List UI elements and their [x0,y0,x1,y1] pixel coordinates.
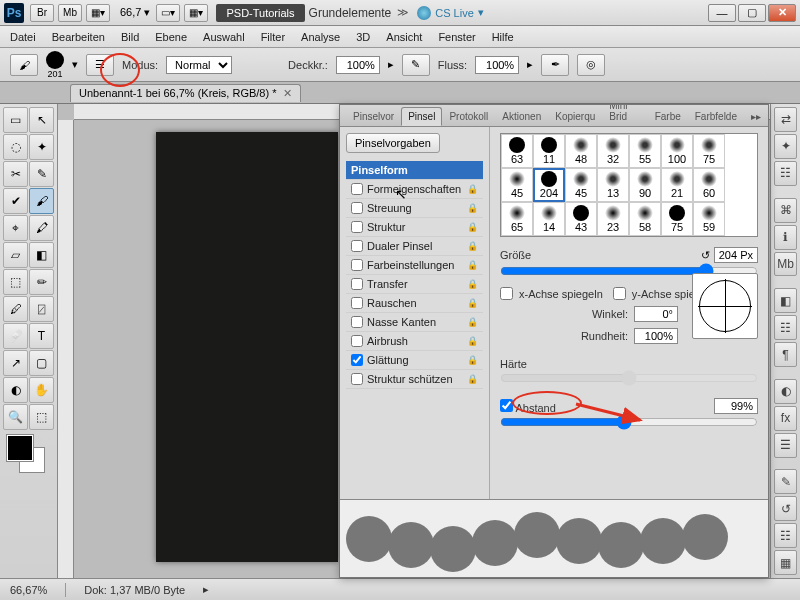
menu-datei[interactable]: Datei [10,31,36,43]
tablet-opacity-button[interactable]: ✎ [402,54,430,76]
brush-tip[interactable]: 45 [501,168,533,202]
tool-18[interactable]: ↗ [3,350,28,376]
maximize-button[interactable]: ▢ [738,4,766,22]
menu-auswahl[interactable]: Auswahl [203,31,245,43]
brush-cat-rauschen[interactable]: Rauschen🔒 [346,294,483,313]
tool-7[interactable]: 🖌 [29,188,54,214]
angle-widget[interactable] [692,273,758,339]
tool-9[interactable]: 🖍 [29,215,54,241]
menu-analyse[interactable]: Analyse [301,31,340,43]
tool-21[interactable]: ✋ [29,377,54,403]
menu-filter[interactable]: Filter [261,31,285,43]
document-canvas[interactable] [156,132,338,562]
tool-4[interactable]: ✂ [3,161,28,187]
lock-icon[interactable]: 🔒 [467,374,478,384]
tool-15[interactable]: ⍁ [29,296,54,322]
zoom-level[interactable]: 66,7 ▾ [120,6,150,19]
brush-tip[interactable]: 14 [533,202,565,236]
dock-icon[interactable]: ☷ [774,523,797,548]
bridge-button[interactable]: Br [30,4,54,22]
tool-10[interactable]: ▱ [3,242,28,268]
brush-cat-checkbox[interactable] [351,354,363,366]
lock-icon[interactable]: 🔒 [467,355,478,365]
status-zoom[interactable]: 66,67% [10,584,47,596]
size-value[interactable]: 204 Px [714,247,758,263]
menu-bearbeiten[interactable]: Bearbeiten [52,31,105,43]
tool-14[interactable]: 🖊 [3,296,28,322]
minibridge-button[interactable]: Mb [58,4,82,22]
lock-icon[interactable]: 🔒 [467,184,478,194]
brush-tip[interactable]: 65 [501,202,533,236]
brush-cat-checkbox[interactable] [351,240,363,252]
close-tab-icon[interactable]: ✕ [283,87,292,100]
brush-cat-dualer-pinsel[interactable]: Dualer Pinsel🔒 [346,237,483,256]
status-doc-info[interactable]: Dok: 1,37 MB/0 Byte [84,584,185,596]
screen-mode-button[interactable]: ▭▾ [156,4,180,22]
dock-icon[interactable]: ▦ [774,550,797,575]
menu-fenster[interactable]: Fenster [438,31,475,43]
brush-presets-button[interactable]: Pinselvorgaben [346,133,440,153]
tool-19[interactable]: ▢ [29,350,54,376]
lock-icon[interactable]: 🔒 [467,298,478,308]
dock-icon[interactable]: ✎ [774,469,797,494]
brush-cat-struktur[interactable]: Struktur🔒 [346,218,483,237]
tool-1[interactable]: ↖ [29,107,54,133]
brush-tip[interactable]: 48 [565,134,597,168]
dock-icon[interactable]: ⇄ [774,107,797,132]
brush-cat-checkbox[interactable] [351,373,363,385]
tool-8[interactable]: ⌖ [3,215,28,241]
dock-icon[interactable]: ✦ [774,134,797,159]
tablet-size-button[interactable]: ◎ [577,54,605,76]
tool-16[interactable]: 🩹 [3,323,28,349]
tool-11[interactable]: ◧ [29,242,54,268]
brush-cat-airbrush[interactable]: Airbrush🔒 [346,332,483,351]
brush-cat-glättung[interactable]: Glättung🔒 [346,351,483,370]
dock-icon[interactable]: ☰ [774,433,797,458]
brush-cat-streuung[interactable]: Streuung🔒 [346,199,483,218]
brush-cat-checkbox[interactable] [351,316,363,328]
brush-tip[interactable]: 32 [597,134,629,168]
lock-icon[interactable]: 🔒 [467,279,478,289]
menu-bild[interactable]: Bild [121,31,139,43]
spacing-checkbox[interactable] [500,399,513,412]
dock-icon[interactable]: ◐ [774,379,797,404]
dock-icon[interactable]: ⌘ [774,198,797,223]
tool-23[interactable]: ⬚ [29,404,54,430]
menu-3d[interactable]: 3D [356,31,370,43]
tool-20[interactable]: ◐ [3,377,28,403]
close-button[interactable]: ✕ [768,4,796,22]
brush-tip[interactable]: 11 [533,134,565,168]
brush-cat-checkbox[interactable] [351,202,363,214]
blend-mode-select[interactable]: Normal [166,56,232,74]
view-extras-button[interactable]: ▦▾ [86,4,110,22]
workspace-secondary[interactable]: Grundelemente [309,6,392,20]
brush-tip[interactable]: 63 [501,134,533,168]
lock-icon[interactable]: 🔒 [467,241,478,251]
flip-x-checkbox[interactable] [500,287,513,300]
dock-icon[interactable]: fx [774,406,797,431]
brush-size-chevron-icon[interactable]: ▾ [72,58,78,71]
dock-icon[interactable]: ☷ [774,315,797,340]
brush-cat-struktur-schützen[interactable]: Struktur schützen🔒 [346,370,483,389]
lock-icon[interactable]: 🔒 [467,203,478,213]
reset-size-icon[interactable]: ↺ [701,249,710,262]
tool-22[interactable]: 🔍 [3,404,28,430]
brush-cat-transfer[interactable]: Transfer🔒 [346,275,483,294]
panel-tab-protokoll[interactable]: Protokoll [442,107,495,126]
brush-tip-grid[interactable]: 6311483255100754520445139021606514432358… [500,133,758,237]
minimize-button[interactable]: ― [708,4,736,22]
menu-ebene[interactable]: Ebene [155,31,187,43]
brush-tip[interactable]: 100 [661,134,693,168]
dock-icon[interactable]: ↺ [774,496,797,521]
ruler-vertical[interactable] [58,120,74,578]
brush-cat-nasse-kanten[interactable]: Nasse Kanten🔒 [346,313,483,332]
airbrush-button[interactable]: ✒ [541,54,569,76]
brush-cat-farbeinstellungen[interactable]: Farbeinstellungen🔒 [346,256,483,275]
angle-value[interactable]: 0° [634,306,678,322]
brush-panel-toggle[interactable]: ☰ [86,54,114,76]
brush-tip[interactable]: 43 [565,202,597,236]
flow-chevron-icon[interactable]: ▸ [527,58,533,71]
menu-ansicht[interactable]: Ansicht [386,31,422,43]
tool-17[interactable]: T [29,323,54,349]
tool-5[interactable]: ✎ [29,161,54,187]
